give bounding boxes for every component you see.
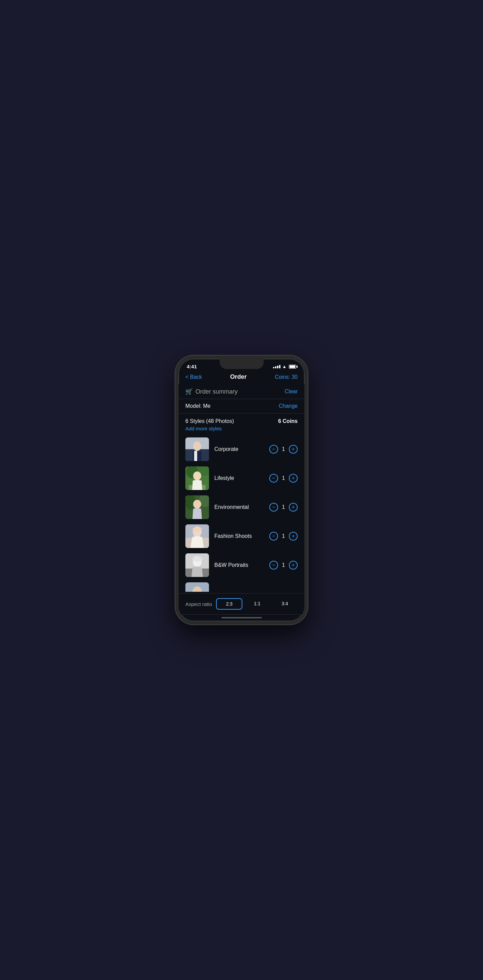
notch bbox=[220, 359, 264, 369]
model-row: Model: Me Change bbox=[179, 399, 304, 414]
style-name-corporate: Corporate bbox=[214, 446, 264, 452]
cart-icon: 🛒 bbox=[185, 388, 193, 395]
svg-point-2 bbox=[193, 441, 201, 451]
quantity-control-fashion: − 1 + bbox=[269, 532, 298, 541]
home-bar bbox=[222, 617, 262, 619]
style-item-bw: B&W Portraits − 1 + bbox=[179, 550, 304, 580]
qty-corporate: 1 bbox=[281, 446, 285, 452]
style-item-partial bbox=[179, 580, 304, 592]
home-indicator bbox=[179, 615, 304, 621]
style-thumbnail-corporate bbox=[185, 438, 209, 461]
style-thumbnail-fashion bbox=[185, 524, 209, 548]
styles-count: 6 Styles (48 Photos) bbox=[185, 418, 234, 424]
increment-corporate[interactable]: + bbox=[289, 445, 298, 453]
aspect-ratio-section: Aspect ratio 2:3 1:1 3:4 bbox=[179, 593, 304, 614]
decrement-corporate[interactable]: − bbox=[269, 445, 278, 453]
order-summary-title: 🛒 Order summary bbox=[185, 388, 238, 395]
coins-display: Coins: 30 bbox=[275, 374, 298, 380]
phone-frame: 4:41 ▲ < Back Order Coins: 30 🛒 Order su… bbox=[175, 356, 308, 624]
order-summary-header: 🛒 Order summary Clear bbox=[179, 384, 304, 399]
signal-icon bbox=[273, 365, 281, 368]
quantity-control-lifestyle: − 1 + bbox=[269, 474, 298, 483]
qty-fashion: 1 bbox=[281, 533, 285, 539]
style-item-environmental: Environmental − 1 + bbox=[179, 493, 304, 522]
qty-bw: 1 bbox=[281, 562, 285, 568]
status-time: 4:41 bbox=[187, 364, 197, 369]
clear-button[interactable]: Clear bbox=[285, 388, 298, 395]
decrement-environmental[interactable]: − bbox=[269, 503, 278, 512]
back-button[interactable]: < Back bbox=[185, 374, 202, 380]
style-thumbnail-lifestyle bbox=[185, 466, 209, 490]
nav-bar: < Back Order Coins: 30 bbox=[179, 371, 304, 384]
style-thumbnail-bw bbox=[185, 554, 209, 577]
decrement-lifestyle[interactable]: − bbox=[269, 474, 278, 483]
style-item-corporate: Corporate − 1 + bbox=[179, 435, 304, 464]
decrement-fashion[interactable]: − bbox=[269, 532, 278, 541]
svg-point-17 bbox=[192, 527, 202, 532]
style-name-bw: B&W Portraits bbox=[214, 562, 264, 568]
styles-summary-row: 6 Styles (48 Photos) Add more styles 6 C… bbox=[179, 414, 304, 433]
quantity-control-bw: − 1 + bbox=[269, 561, 298, 570]
aspect-ratio-options: 2:3 1:1 3:4 bbox=[216, 598, 298, 609]
decrement-bw[interactable]: − bbox=[269, 561, 278, 570]
style-item-lifestyle: Lifestyle − 1 + bbox=[179, 464, 304, 493]
quantity-control-environmental: − 1 + bbox=[269, 503, 298, 512]
style-thumbnail-environmental bbox=[185, 495, 209, 519]
increment-lifestyle[interactable]: + bbox=[289, 474, 298, 483]
page-title: Order bbox=[230, 374, 247, 380]
change-model-button[interactable]: Change bbox=[279, 403, 298, 409]
aspect-option-2-3[interactable]: 2:3 bbox=[216, 598, 242, 609]
svg-point-8 bbox=[193, 471, 201, 480]
quantity-control-corporate: − 1 + bbox=[269, 445, 298, 453]
increment-bw[interactable]: + bbox=[289, 561, 298, 570]
wifi-icon: ▲ bbox=[282, 364, 287, 369]
battery-icon bbox=[289, 364, 296, 369]
model-label: Model: Me bbox=[185, 403, 210, 409]
increment-fashion[interactable]: + bbox=[289, 532, 298, 541]
qty-lifestyle: 1 bbox=[281, 475, 285, 481]
styles-coins: 6 Coins bbox=[278, 418, 298, 424]
style-thumbnail-partial bbox=[185, 582, 209, 592]
aspect-option-1-1[interactable]: 1:1 bbox=[244, 598, 270, 609]
qty-environmental: 1 bbox=[281, 504, 285, 510]
styles-info: 6 Styles (48 Photos) Add more styles bbox=[185, 418, 234, 431]
styles-list: Corporate − 1 + bbox=[179, 433, 304, 593]
style-name-lifestyle: Lifestyle bbox=[214, 475, 264, 481]
status-icons: ▲ bbox=[273, 364, 296, 369]
svg-rect-4 bbox=[194, 451, 197, 461]
aspect-option-3-4[interactable]: 3:4 bbox=[272, 598, 298, 609]
main-content: 🛒 Order summary Clear Model: Me Change 6… bbox=[179, 384, 304, 615]
svg-point-13 bbox=[193, 500, 201, 509]
order-summary-label: Order summary bbox=[196, 388, 238, 395]
aspect-ratio-label: Aspect ratio bbox=[185, 601, 212, 607]
svg-point-21 bbox=[192, 556, 202, 562]
increment-environmental[interactable]: + bbox=[289, 503, 298, 512]
add-more-styles-button[interactable]: Add more styles bbox=[185, 426, 234, 431]
style-name-environmental: Environmental bbox=[214, 504, 264, 510]
style-item-fashion: Fashion Shoots − 1 + bbox=[179, 522, 304, 550]
style-name-fashion: Fashion Shoots bbox=[214, 533, 264, 539]
